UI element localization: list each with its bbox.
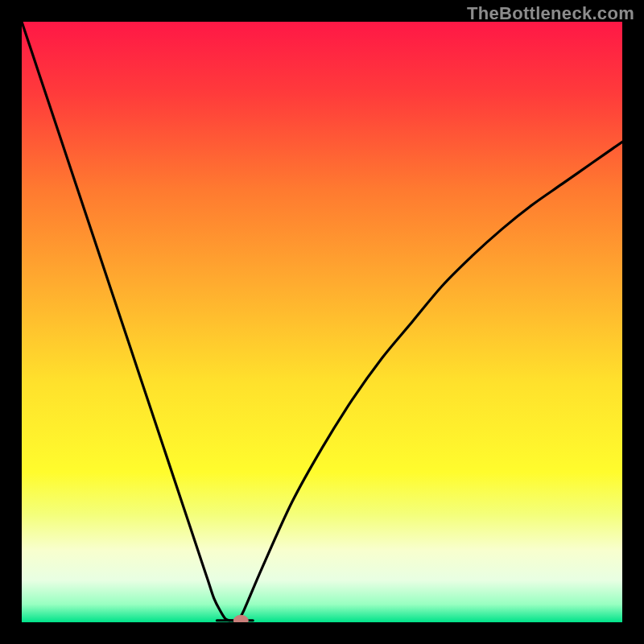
chart-svg <box>22 22 622 622</box>
optimum-marker <box>233 615 248 622</box>
gradient-background <box>22 22 622 622</box>
chart-frame: TheBottleneck.com <box>0 0 644 644</box>
plot-area <box>22 22 622 622</box>
